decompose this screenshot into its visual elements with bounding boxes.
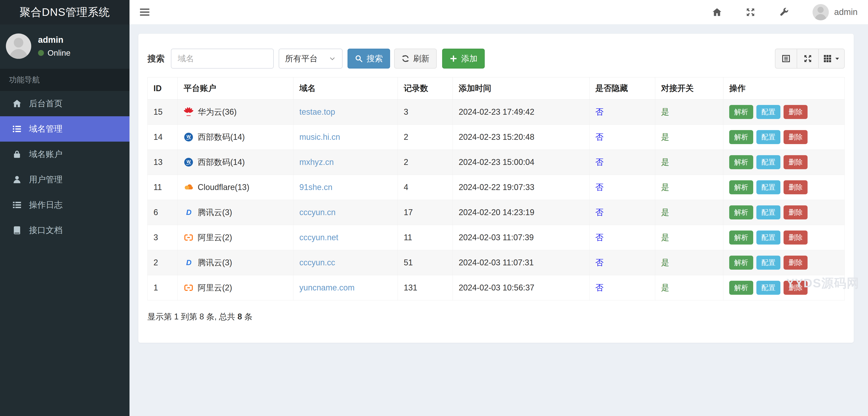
action-info-button[interactable]: 配置: [756, 255, 780, 270]
main-area: admin 搜索 所有平台 搜索: [129, 0, 868, 416]
columns-dropdown-button[interactable]: [818, 49, 845, 69]
domain-link[interactable]: cccyun.cc: [299, 258, 335, 267]
sidebar-user-info: admin Online: [38, 35, 70, 58]
cell-records: 2: [398, 150, 453, 175]
topbar-tools-button[interactable]: [779, 7, 789, 17]
action-success-button[interactable]: 解析: [729, 231, 753, 245]
home-icon: [712, 7, 722, 17]
action-info-button[interactable]: 配置: [756, 180, 780, 194]
action-success-button[interactable]: 解析: [729, 255, 753, 270]
action-info-button[interactable]: 配置: [756, 205, 780, 219]
topbar-user-menu[interactable]: admin: [812, 4, 858, 20]
cell-hidden: 否: [589, 275, 655, 301]
toggle-columns-pane-button[interactable]: [775, 49, 797, 69]
domain-link[interactable]: cccyun.net: [299, 233, 338, 242]
column-header: 操作: [723, 77, 845, 100]
add-button[interactable]: 添加: [442, 49, 485, 69]
refresh-button[interactable]: 刷新: [394, 49, 437, 69]
arrows-icon: [746, 7, 755, 17]
action-success-button[interactable]: 解析: [729, 281, 753, 295]
action-info-button[interactable]: 配置: [756, 105, 780, 119]
action-danger-button[interactable]: 删除: [783, 105, 808, 119]
action-danger-button[interactable]: 删除: [783, 231, 808, 245]
cell-added-time: 2024-02-22 19:07:33: [453, 175, 589, 200]
svg-text:D: D: [186, 258, 191, 267]
domain-link[interactable]: yuncname.com: [299, 283, 354, 292]
topbar-icons: [712, 7, 789, 17]
action-info-button[interactable]: 配置: [756, 231, 780, 245]
sidebar-item-label: 域名账户: [29, 149, 62, 160]
sidebar-user-status-label: Online: [48, 48, 70, 58]
arrows-icon: [803, 54, 812, 63]
domain-link[interactable]: 91she.cn: [299, 182, 332, 192]
hidden-toggle-link[interactable]: 否: [595, 233, 603, 242]
search-button[interactable]: 搜索: [347, 49, 390, 69]
cell-switch: 是: [655, 275, 723, 301]
switch-toggle-link[interactable]: 是: [661, 158, 669, 167]
cell-switch: 是: [655, 100, 723, 125]
action-success-button[interactable]: 解析: [729, 105, 753, 119]
cell-actions: 解析配置删除: [723, 275, 845, 301]
sidebar-item-operation-logs[interactable]: 操作日志: [0, 192, 129, 218]
table-row: 14W西部数码(14)music.hi.cn22024-02-23 15:20:…: [148, 125, 845, 150]
cell-added-time: 2024-02-23 15:20:48: [453, 125, 589, 150]
content-area: 搜索 所有平台 搜索 刷新: [129, 25, 868, 416]
action-danger-button[interactable]: 删除: [783, 155, 808, 169]
switch-toggle-link[interactable]: 是: [661, 258, 669, 267]
sidebar-item-api-docs[interactable]: 接口文档: [0, 218, 129, 243]
fullscreen-table-button[interactable]: [797, 49, 819, 69]
hidden-toggle-link[interactable]: 否: [595, 107, 603, 116]
hidden-toggle-link[interactable]: 否: [595, 258, 603, 267]
home-icon: [12, 99, 22, 108]
sidebar-item-dashboard[interactable]: 后台首页: [0, 91, 129, 116]
pagination-summary: 显示第 1 到第 8 条, 总共 8 条: [147, 311, 845, 322]
sidebar-item-domain-management[interactable]: 域名管理: [0, 116, 129, 142]
platform-label: 阿里云(2): [198, 282, 232, 293]
switch-toggle-link[interactable]: 是: [661, 208, 669, 217]
platform-label: 腾讯云(3): [198, 257, 232, 268]
domain-link[interactable]: testae.top: [299, 107, 335, 116]
domain-link[interactable]: music.hi.cn: [299, 132, 340, 142]
switch-toggle-link[interactable]: 是: [661, 107, 669, 116]
action-danger-button[interactable]: 删除: [783, 255, 808, 270]
action-danger-button[interactable]: 删除: [783, 205, 808, 219]
switch-toggle-link[interactable]: 是: [661, 182, 669, 192]
action-success-button[interactable]: 解析: [729, 155, 753, 169]
sidebar-item-label: 接口文档: [29, 224, 62, 236]
cell-hidden: 否: [589, 175, 655, 200]
hidden-toggle-link[interactable]: 否: [595, 283, 603, 292]
action-info-button[interactable]: 配置: [756, 130, 780, 144]
huawei-logo-icon: [184, 107, 193, 117]
sidebar-toggle-icon[interactable]: [138, 6, 151, 18]
hidden-toggle-link[interactable]: 否: [595, 182, 603, 192]
cell-switch: 是: [655, 150, 723, 175]
cell-platform: 阿里云(2): [178, 225, 293, 250]
switch-toggle-link[interactable]: 是: [661, 132, 669, 142]
table-row: 2D腾讯云(3)cccyun.cc512024-02-03 11:07:31否是…: [148, 250, 845, 275]
topbar-fullscreen-button[interactable]: [746, 7, 755, 17]
domain-link[interactable]: cccyun.cn: [299, 208, 336, 217]
sidebar-item-domain-accounts[interactable]: 域名账户: [0, 142, 129, 167]
cell-added-time: 2024-02-20 14:23:19: [453, 200, 589, 225]
search-input[interactable]: [171, 49, 274, 69]
sidebar-item-user-management[interactable]: 用户管理: [0, 167, 129, 192]
hidden-toggle-link[interactable]: 否: [595, 208, 603, 217]
platform-select[interactable]: 所有平台: [279, 49, 343, 69]
switch-toggle-link[interactable]: 是: [661, 283, 669, 292]
action-danger-button[interactable]: 删除: [783, 130, 808, 144]
domain-link[interactable]: mxhyz.cn: [299, 158, 334, 167]
hidden-toggle-link[interactable]: 否: [595, 158, 603, 167]
action-success-button[interactable]: 解析: [729, 130, 753, 144]
view-toggle-group: [775, 49, 845, 69]
topbar-user-name: admin: [834, 7, 858, 17]
hidden-toggle-link[interactable]: 否: [595, 132, 603, 142]
action-danger-button[interactable]: 删除: [783, 180, 808, 194]
action-info-button[interactable]: 配置: [756, 281, 780, 295]
switch-toggle-link[interactable]: 是: [661, 233, 669, 242]
action-danger-button[interactable]: 删除: [783, 281, 808, 295]
topbar-home-button[interactable]: [712, 7, 722, 17]
action-info-button[interactable]: 配置: [756, 155, 780, 169]
action-success-button[interactable]: 解析: [729, 205, 753, 219]
cell-switch: 是: [655, 200, 723, 225]
action-success-button[interactable]: 解析: [729, 180, 753, 194]
